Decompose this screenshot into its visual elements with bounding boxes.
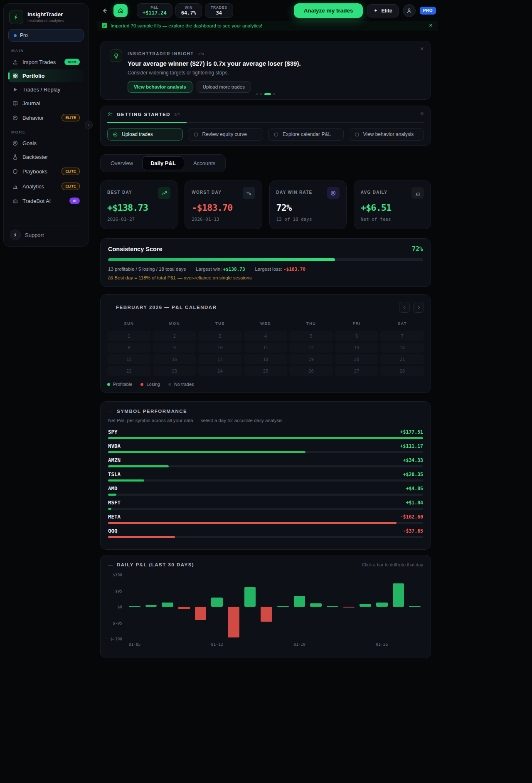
daily-bar-01-22[interactable] (343, 607, 355, 608)
getting-started-close-icon[interactable]: ✕ (420, 111, 424, 116)
daily-bar-01-20[interactable] (310, 603, 322, 607)
sidebar-item-journal[interactable]: Journal (8, 97, 84, 110)
calendar-day[interactable]: 26 (289, 366, 333, 376)
calendar-day[interactable]: 14 (380, 343, 424, 353)
carousel-dot[interactable] (256, 93, 258, 95)
tab-overview[interactable]: Overview (102, 156, 141, 170)
zero-line (126, 607, 423, 607)
daily-bar-01-27[interactable] (393, 583, 404, 607)
calendar-day[interactable]: 16 (153, 354, 197, 364)
calendar-day[interactable]: 10 (198, 343, 242, 353)
calendar-day[interactable]: 4 (244, 331, 288, 341)
calendar-day[interactable]: 5 (289, 331, 333, 341)
daily-bar-01-07[interactable] (162, 603, 173, 607)
carousel-dots (256, 93, 275, 95)
sidebar-collapse-button[interactable] (85, 121, 93, 129)
calendar-day[interactable]: 15 (107, 354, 151, 364)
daily-bar-01-13[interactable] (228, 607, 239, 637)
step-view-behavior-analysis[interactable]: View behavior analysis (349, 128, 424, 141)
symbol-row-meta[interactable]: META-$162.60 (108, 514, 423, 528)
carousel-dot[interactable] (273, 93, 275, 95)
symbol-row-qqq[interactable]: QQQ-$37.65 (108, 528, 423, 542)
symbol-row-amzn[interactable]: AMZN+$34.33 (108, 457, 423, 471)
avatar[interactable] (403, 4, 416, 17)
symbol-row-spy[interactable]: SPY+$177.51 (108, 429, 423, 443)
calendar-day[interactable]: 27 (335, 366, 379, 376)
symbol-row-msft[interactable]: MSFT+$1.84 (108, 499, 423, 514)
calendar-day[interactable]: 7 (380, 331, 424, 341)
back-button[interactable] (100, 6, 109, 15)
stat-card-sub: 2026-01-27 (107, 217, 170, 222)
carousel-dot[interactable] (264, 93, 271, 95)
view-behavior-analysis-button[interactable]: View behavior analysis (128, 81, 192, 93)
daily-bar-01-06[interactable] (145, 605, 157, 607)
daily-bar-01-19[interactable] (294, 596, 305, 607)
sidebar-item-goals[interactable]: Goals (8, 137, 84, 150)
calendar-day[interactable]: 3 (198, 331, 242, 341)
plan-pill[interactable]: Pro (8, 29, 84, 42)
calendar-day[interactable]: 22 (107, 366, 151, 376)
calendar-day[interactable]: 28 (380, 366, 424, 376)
carousel-dot[interactable] (260, 93, 262, 95)
calendar-day[interactable]: 25 (244, 366, 288, 376)
sidebar-item-trades-replay[interactable]: Trades / Replay (8, 83, 84, 96)
daily-bar-01-15[interactable] (261, 607, 272, 622)
insight-close-icon[interactable]: ✕ (420, 46, 424, 52)
sidebar-item-behavior[interactable]: BehaviorELITE (8, 111, 84, 125)
daily-bar-01-21[interactable] (327, 606, 338, 607)
calendar-day[interactable]: 1 (107, 331, 151, 341)
step-review-equity-curve[interactable]: Review equity curve (188, 128, 264, 141)
daily-bar-01-28[interactable] (409, 606, 421, 607)
symbol-bar-track (108, 508, 423, 510)
symbol-row-amd[interactable]: AMD+$4.85 (108, 485, 423, 499)
calendar-day[interactable]: 8 (107, 343, 151, 353)
calendar-day[interactable]: 24 (198, 366, 242, 376)
tab-accounts[interactable]: Accounts (185, 156, 224, 170)
sidebar-item-playbooks[interactable]: PlaybooksELITE (8, 164, 84, 178)
calendar-day[interactable]: 17 (198, 354, 242, 364)
step-upload-trades[interactable]: Upload trades (107, 128, 183, 141)
daily-bar-01-26[interactable] (376, 603, 388, 607)
analyze-trades-button[interactable]: Analyze my trades (294, 3, 363, 18)
calendar-day[interactable]: 21 (380, 354, 424, 364)
getting-started-card: ✕ GETTING STARTED 1/4 Upload tradesRevie… (100, 106, 431, 146)
elite-button[interactable]: Elite (367, 4, 398, 17)
symbol-row-tsla[interactable]: TSLA+$20.35 (108, 471, 423, 485)
chart-y-axis: $190$95$0$-95$-190 (108, 575, 126, 639)
calendar-day[interactable]: 9 (153, 343, 197, 353)
step-explore-calendar-p-l[interactable]: Explore calendar P&L (268, 128, 344, 141)
bar-chart-icon (415, 190, 421, 196)
daily-bar-01-05[interactable] (129, 606, 140, 607)
sidebar-item-analytics[interactable]: AnalyticsELITE (8, 179, 84, 193)
calendar-day[interactable]: 6 (335, 331, 379, 341)
calendar-day[interactable]: 13 (335, 343, 379, 353)
calendar-next-button[interactable] (413, 302, 424, 313)
banner-close-icon[interactable]: ✕ (429, 23, 433, 28)
daily-bar-01-09[interactable] (195, 607, 207, 620)
calendar-day[interactable]: 12 (289, 343, 333, 353)
sidebar-item-import-trades[interactable]: Import TradesStart (8, 55, 84, 69)
upload-more-trades-button[interactable]: Upload more trades (197, 81, 251, 93)
home-button[interactable] (113, 4, 128, 17)
symbol-row-nvda[interactable]: NVDA+$111.17 (108, 443, 423, 457)
sidebar-item-support[interactable]: Support (8, 225, 84, 241)
y-axis-label: $0 (118, 605, 122, 609)
sidebar-item-tradebot-ai[interactable]: TradeBot AIAI (8, 194, 84, 207)
largest-loss: Largest loss: -$183.70 (255, 267, 305, 272)
sidebar-item-portfolio[interactable]: Portfolio (8, 69, 84, 82)
tab-daily-p-l[interactable]: Daily P&L (142, 156, 184, 170)
daily-bar-01-14[interactable] (244, 587, 256, 607)
calendar-day[interactable]: 11 (244, 343, 288, 353)
daily-bar-01-16[interactable] (277, 606, 289, 607)
daily-bar-01-23[interactable] (360, 604, 371, 607)
calendar-day[interactable]: 20 (335, 354, 379, 364)
calendar-day[interactable]: 2 (153, 331, 197, 341)
calendar-day[interactable]: 23 (153, 366, 197, 376)
calendar-weekday: TUE (198, 318, 242, 329)
calendar-day[interactable]: 19 (289, 354, 333, 364)
calendar-prev-button[interactable] (399, 302, 410, 313)
daily-bar-01-12[interactable] (211, 598, 223, 607)
calendar-day[interactable]: 18 (244, 354, 288, 364)
sidebar-item-backtester[interactable]: Backtester (8, 151, 84, 163)
daily-bar-01-08[interactable] (178, 607, 190, 609)
